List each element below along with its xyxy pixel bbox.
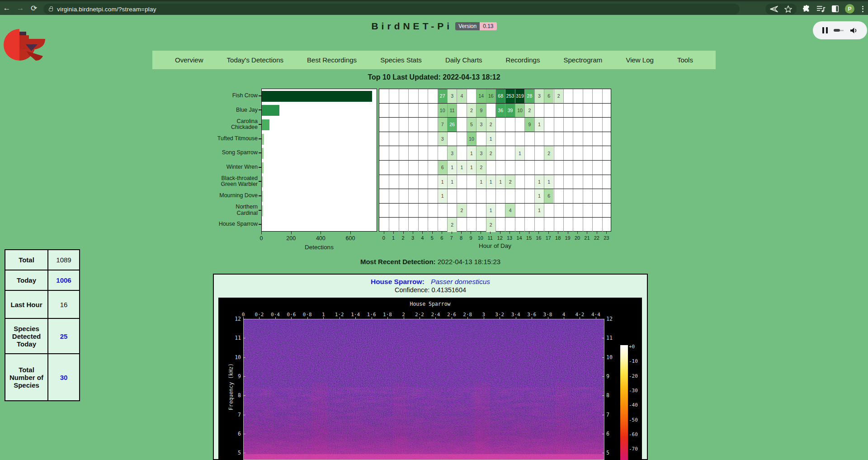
heatmap-cell [399,204,408,218]
heatmap-cell [389,189,398,203]
heatmap-cell [583,175,592,189]
send-icon[interactable] [770,5,778,13]
nav-item-best-recordings[interactable]: Best Recordings [307,56,357,64]
nav-item-recordings[interactable]: Recordings [506,56,540,64]
heatmap-cell: 7 [438,118,447,132]
heatmap-cell [515,218,524,232]
most-recent-detection: Most Recent Detection: 2022-04-13 18:15:… [213,258,648,266]
hour-axis-tick-label: 2 [401,235,404,241]
volume-slider[interactable] [834,29,844,32]
heatmap-cell [592,89,602,103]
hour-axis-tick [509,232,510,234]
heatmap-cell [602,89,612,103]
heatmap-cell [592,204,602,218]
back-icon[interactable]: ← [0,4,14,13]
hour-axis-tick [442,232,442,234]
heatmap-cell [476,218,486,232]
heatmap-cell [534,146,544,160]
heatmap-cell [418,132,428,146]
nav-item-view-log[interactable]: View Log [626,56,653,64]
heatmap-cell [592,175,602,189]
heatmap-cell [408,204,418,218]
nav-item-daily-charts[interactable]: Daily Charts [445,56,482,64]
heatmap-cell [583,89,592,103]
hour-axis-tick-label: 9 [469,235,472,241]
stats-label: Last Hour [5,290,48,318]
heatmap-cell [534,132,544,146]
heatmap-cell: 1 [467,161,476,175]
heatmap-cell [399,89,408,103]
hour-axis-tick [452,232,452,234]
heatmap-cell [602,204,612,218]
heatmap-cell [544,218,553,232]
heatmap-cell [524,189,534,203]
heatmap-cell: 1 [486,204,495,218]
forward-icon[interactable]: → [14,4,27,13]
side-panel-icon[interactable] [831,5,839,13]
reload-icon[interactable]: ⟳ [27,4,41,13]
heatmap-cell [408,189,418,203]
extensions-icon[interactable] [802,5,811,13]
audio-player[interactable] [813,21,867,39]
heatmap-cell [554,161,563,175]
heatmap-cell [467,189,476,203]
hour-axis-tick-label: 10 [478,235,483,241]
hour-axis-tick [597,232,597,234]
profile-avatar[interactable]: P [845,4,854,14]
bar [262,119,269,130]
lock-icon[interactable] [49,8,53,11]
heatmap-cell [447,204,457,218]
heatmap-cell: 2 [505,175,514,189]
nav-item-overview[interactable]: Overview [175,56,203,64]
heatmap-cell [389,161,398,175]
hour-axis-tick-label: 11 [488,235,493,241]
species-common-name-link[interactable]: House Sparrow: [371,278,425,285]
heatmap-cell [389,204,398,218]
heatmap-cell [467,204,476,218]
heatmap-cell [602,161,612,175]
stats-value-link[interactable]: 1006 [48,270,80,290]
heatmap-cell [534,104,544,118]
most-recent-label: Most Recent Detection: [360,258,436,266]
speaker-icon[interactable] [850,27,858,34]
colorbar-tick-label: -30 [629,387,638,393]
heatmap-cell [399,146,408,160]
heatmap-cell [563,189,573,203]
heatmap-cell: 1 [534,189,544,203]
bar [262,105,279,116]
version-label: Version [455,22,480,30]
heatmap-cell: 27 [438,89,447,103]
share-group [765,4,797,14]
nav-item-species-stats[interactable]: Species Stats [380,56,422,64]
main-nav: OverviewToday's DetectionsBest Recording… [152,51,716,69]
spectrogram-bottom-edge [244,454,604,460]
heatmap-cell [389,89,398,103]
detections-bar-chart [261,89,377,232]
hour-axis-tick [558,232,558,234]
heatmap-cell [554,204,563,218]
stats-value-link[interactable]: 30 [48,354,80,401]
pause-icon[interactable] [822,27,828,33]
heatmap-cell: 1 [447,175,457,189]
heatmap-cell [379,161,389,175]
heatmap-cell [524,175,534,189]
bookmark-star-icon[interactable] [784,5,792,13]
heatmap-cell [505,132,514,146]
stats-value-link[interactable]: 25 [48,318,80,354]
nav-item-tools[interactable]: Tools [677,56,693,64]
heatmap-cell: 1 [457,161,466,175]
bar-axis-tick-label: 200 [286,235,296,242]
playlist-icon[interactable] [816,5,826,13]
heatmap-cell [418,118,428,132]
heatmap-cell [467,175,476,189]
address-bar[interactable]: virginia.birdnetpi.com/?stream=play [43,4,740,14]
heatmap-cell [563,146,573,160]
hour-axis-tick [548,232,549,234]
nav-item-today-s-detections[interactable]: Today's Detections [227,56,283,64]
species-label: Song Sparrow [190,150,258,156]
heatmap-cell: 2 [486,118,495,132]
url-text[interactable]: virginia.birdnetpi.com/?stream=play [57,6,156,13]
heatmap-cell [467,218,476,232]
browser-menu-icon[interactable] [860,6,865,12]
nav-item-spectrogram[interactable]: Spectrogram [564,56,603,64]
